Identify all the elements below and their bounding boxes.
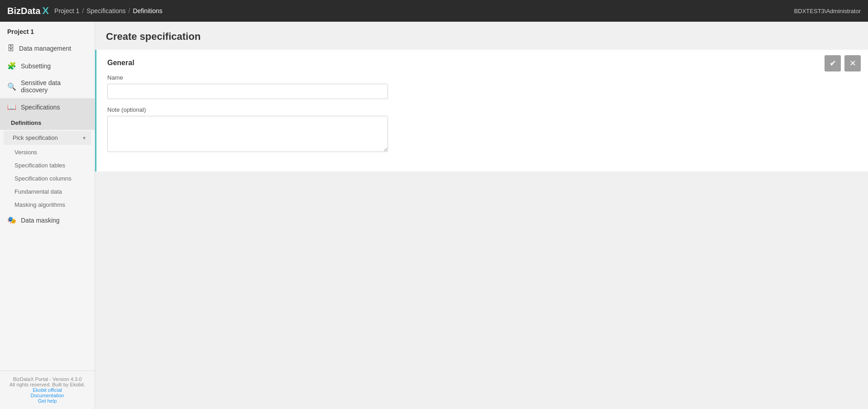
- sidebar-sub-definitions-label: Definitions: [11, 119, 41, 126]
- pick-specification-dropdown[interactable]: Pick specification ▾: [4, 131, 91, 145]
- sidebar-item-label-data-masking: Data masking: [21, 217, 60, 224]
- sidebar-item-label-subsetting: Subsetting: [21, 62, 51, 70]
- breadcrumb-definitions: Definitions: [133, 7, 162, 14]
- sidebar-nested-versions[interactable]: Versions: [0, 146, 95, 159]
- sidebar-footer: BizDataX Portal - Version 4.3.0 All righ…: [0, 371, 95, 409]
- name-label: Name: [107, 74, 857, 81]
- sidebar-item-label-specifications: Specifications: [21, 104, 60, 111]
- name-form-group: Name: [107, 74, 857, 99]
- sidebar-footer-version: BizDataX Portal - Version 4.3.0: [7, 376, 87, 382]
- book-icon: 📖: [7, 103, 16, 111]
- note-label: Note (optional): [107, 106, 857, 113]
- puzzle-icon: 🧩: [7, 62, 16, 70]
- action-buttons: ✔ ✕: [825, 55, 861, 71]
- sidebar-footer-rights: All rights reserved. Built by Ekobit.: [7, 382, 87, 387]
- sidebar-nested-spec-columns[interactable]: Specification columns: [0, 172, 95, 185]
- sidebar-footer-link-docs[interactable]: Documentation: [7, 393, 87, 398]
- navbar: BizDataX Project 1 / Specifications / De…: [0, 0, 868, 22]
- sidebar-item-specifications[interactable]: 📖 Specifications: [0, 98, 95, 116]
- form-card: General Name Note (optional) ✔ ✕: [95, 50, 868, 171]
- cancel-button[interactable]: ✕: [844, 55, 861, 71]
- note-textarea[interactable]: [107, 116, 388, 152]
- database-icon: 🗄: [7, 44, 14, 52]
- mask-icon: 🎭: [7, 216, 16, 224]
- sidebar: Project 1 🗄 Data management 🧩 Subsetting…: [0, 22, 95, 409]
- confirm-button[interactable]: ✔: [825, 55, 841, 71]
- close-icon: ✕: [849, 58, 856, 68]
- logo-x: X: [42, 5, 49, 17]
- sidebar-item-data-masking[interactable]: 🎭 Data masking: [0, 211, 95, 229]
- main-layout: Project 1 🗄 Data management 🧩 Subsetting…: [0, 22, 868, 409]
- sidebar-nested-masking-algorithms[interactable]: Masking algorithms: [0, 198, 95, 211]
- sidebar-item-label-data-management: Data management: [19, 45, 71, 52]
- navbar-left: BizDataX Project 1 / Specifications / De…: [7, 5, 163, 17]
- pick-spec-label: Pick specification: [13, 134, 58, 141]
- sidebar-nested-fundamental-data[interactable]: Fundamental data: [0, 185, 95, 198]
- sidebar-item-sensitive-data[interactable]: 🔍 Sensitive data discovery: [0, 75, 95, 98]
- sidebar-item-subsetting[interactable]: 🧩 Subsetting: [0, 57, 95, 75]
- sidebar-item-label-sensitive-data: Sensitive data discovery: [21, 79, 87, 94]
- chevron-down-icon: ▾: [83, 135, 86, 141]
- breadcrumb-specifications[interactable]: Specifications: [86, 7, 125, 14]
- checkmark-icon: ✔: [830, 58, 836, 68]
- breadcrumb-sep-2: /: [129, 7, 130, 14]
- logo[interactable]: BizDataX: [7, 5, 49, 17]
- navbar-user: BDXTEST3\Administrator: [794, 8, 861, 14]
- search-icon: 🔍: [7, 82, 16, 91]
- sidebar-footer-link-help[interactable]: Get help: [7, 398, 87, 404]
- sidebar-sub-definitions[interactable]: Definitions: [0, 116, 95, 130]
- breadcrumb: Project 1 / Specifications / Definitions: [54, 7, 163, 14]
- breadcrumb-project[interactable]: Project 1: [54, 7, 79, 14]
- name-input[interactable]: [107, 84, 388, 99]
- sidebar-nested-spec-tables[interactable]: Specification tables: [0, 159, 95, 172]
- note-form-group: Note (optional): [107, 106, 857, 153]
- sidebar-item-data-management[interactable]: 🗄 Data management: [0, 40, 95, 57]
- sidebar-project-title: Project 1: [0, 22, 95, 40]
- main-content: Create specification General Name Note (…: [95, 22, 868, 409]
- sidebar-footer-link-ekobit[interactable]: Ekobit official: [7, 387, 87, 393]
- breadcrumb-sep-1: /: [82, 7, 84, 14]
- form-section-title: General: [107, 59, 857, 67]
- logo-text: BizData: [7, 6, 40, 16]
- page-title: Create specification: [95, 22, 868, 50]
